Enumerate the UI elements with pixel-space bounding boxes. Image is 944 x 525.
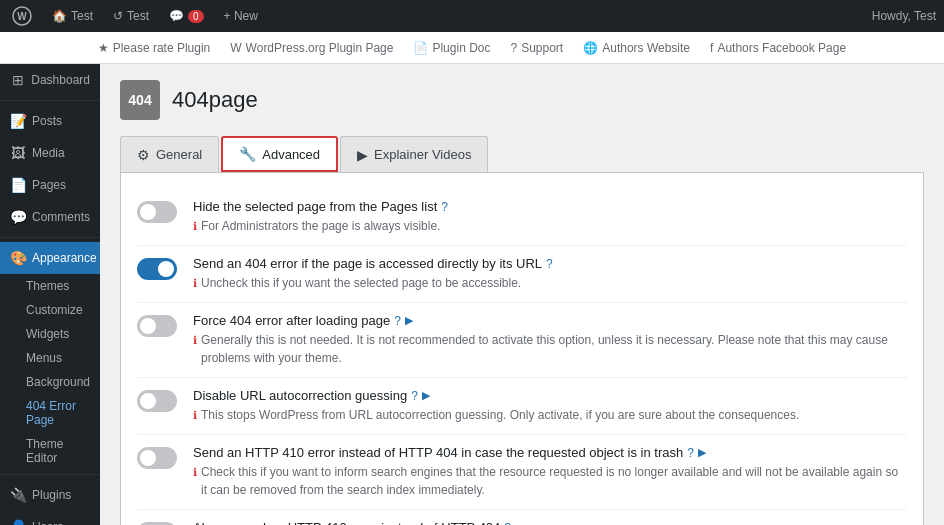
appearance-submenu: Themes Customize Widgets Menus Backgroun… xyxy=(0,274,100,470)
setting-row-hide-pages: Hide the selected page from the Pages li… xyxy=(137,189,907,246)
plugin-bar-doc[interactable]: 📄 Plugin Doc xyxy=(413,41,490,55)
info-icon-http-410: ℹ xyxy=(193,464,197,481)
setting-row-always-410: Always send an HTTP 410 error instead of… xyxy=(137,510,907,525)
setting-content-hide-pages: Hide the selected page from the Pages li… xyxy=(193,199,907,235)
toggle-force-404[interactable] xyxy=(137,313,177,337)
setting-content-send-404: Send an 404 error if the page is accesse… xyxy=(193,256,907,292)
plugin-bar-facebook[interactable]: f Authors Facebook Page xyxy=(710,41,846,55)
setting-desc-send-404: ℹ Uncheck this if you want the selected … xyxy=(193,274,907,292)
admin-bar-howdy: Howdy, Test xyxy=(872,9,936,23)
sidebar-menu: ⊞Dashboard 📝Posts 🖼Media 📄Pages 💬Comment… xyxy=(0,64,100,525)
media-icon-force-404[interactable]: ▶ xyxy=(405,314,413,327)
admin-bar-comments[interactable]: 💬 0 xyxy=(165,9,208,23)
toggle-hide-pages[interactable] xyxy=(137,199,177,223)
sidebar-sub-404[interactable]: 404 Error Page xyxy=(0,394,100,432)
page-icon: 404 xyxy=(120,80,160,120)
media-icon: 🖼 xyxy=(10,145,26,161)
setting-title-hide-pages: Hide the selected page from the Pages li… xyxy=(193,199,907,214)
users-icon: 👤 xyxy=(10,519,26,525)
pages-icon: 📄 xyxy=(10,177,26,193)
plugin-bar-authors[interactable]: 🌐 Authors Website xyxy=(583,41,690,55)
admin-bar-left: W 🏠 Test ↺ Test 💬 0 + New xyxy=(8,6,262,26)
sidebar-item-pages[interactable]: 📄Pages xyxy=(0,169,100,201)
toggle-always-410[interactable] xyxy=(137,520,177,525)
tab-general[interactable]: ⚙ General xyxy=(120,136,219,172)
toggle-http-410[interactable] xyxy=(137,445,177,469)
plugins-icon: 🔌 xyxy=(10,487,26,503)
help-icon-http-410[interactable]: ? xyxy=(687,446,694,460)
setting-title-send-404: Send an 404 error if the page is accesse… xyxy=(193,256,907,271)
sidebar-item-plugins[interactable]: 🔌Plugins xyxy=(0,479,100,511)
page-header: 404 404page xyxy=(120,80,924,120)
setting-row-http-410: Send an HTTP 410 error instead of HTTP 4… xyxy=(137,435,907,510)
sidebar-item-appearance[interactable]: 🎨Appearance xyxy=(0,242,100,274)
plugin-bar-support[interactable]: ? Support xyxy=(510,41,563,55)
appearance-icon: 🎨 xyxy=(10,250,26,266)
admin-bar-site[interactable]: 🏠 Test xyxy=(48,9,97,23)
setting-row-force-404: Force 404 error after loading page ? ▶ ℹ… xyxy=(137,303,907,378)
toggle-disable-url[interactable] xyxy=(137,388,177,412)
posts-icon: 📝 xyxy=(10,113,26,129)
explainer-tab-icon: ▶ xyxy=(357,147,368,163)
media-icon-disable-url[interactable]: ▶ xyxy=(422,389,430,402)
help-icon-force-404[interactable]: ? xyxy=(394,314,401,328)
plugin-bar-wp-page[interactable]: W WordPress.org Plugin Page xyxy=(230,41,393,55)
tab-advanced[interactable]: 🔧 Advanced xyxy=(221,136,338,172)
sidebar-sub-background[interactable]: Background xyxy=(0,370,100,394)
dashboard-icon: ⊞ xyxy=(10,72,25,88)
main-layout: ⊞Dashboard 📝Posts 🖼Media 📄Pages 💬Comment… xyxy=(0,64,944,525)
admin-bar: W 🏠 Test ↺ Test 💬 0 + New Howdy, Test xyxy=(0,0,944,32)
admin-bar-new[interactable]: + New xyxy=(220,9,262,23)
sidebar-sub-customize[interactable]: Customize xyxy=(0,298,100,322)
info-icon-send-404: ℹ xyxy=(193,275,197,292)
tabs: ⚙ General 🔧 Advanced ▶ Explainer Videos xyxy=(120,136,924,173)
sidebar: ⊞Dashboard 📝Posts 🖼Media 📄Pages 💬Comment… xyxy=(0,64,100,525)
help-icon-send-404[interactable]: ? xyxy=(546,257,553,271)
help-icon-hide-pages[interactable]: ? xyxy=(441,200,448,214)
sidebar-item-comments[interactable]: 💬Comments xyxy=(0,201,100,233)
admin-bar-refresh[interactable]: ↺ Test xyxy=(109,9,153,23)
setting-desc-disable-url: ℹ This stops WordPress from URL autocorr… xyxy=(193,406,907,424)
tab-explainer[interactable]: ▶ Explainer Videos xyxy=(340,136,488,172)
setting-title-http-410: Send an HTTP 410 error instead of HTTP 4… xyxy=(193,445,907,460)
setting-desc-http-410: ℹ Check this if you want to inform searc… xyxy=(193,463,907,499)
setting-row-disable-url: Disable URL autocorrection guessing ? ▶ … xyxy=(137,378,907,435)
content-area: 404 404page ⚙ General 🔧 Advanced ▶ Expla… xyxy=(100,64,944,525)
setting-content-always-410: Always send an HTTP 410 error instead of… xyxy=(193,520,907,525)
svg-text:W: W xyxy=(17,11,27,22)
sidebar-sub-themes[interactable]: Themes xyxy=(0,274,100,298)
info-icon-disable-url: ℹ xyxy=(193,407,197,424)
setting-content-disable-url: Disable URL autocorrection guessing ? ▶ … xyxy=(193,388,907,424)
info-icon-force-404: ℹ xyxy=(193,332,197,349)
setting-content-http-410: Send an HTTP 410 error instead of HTTP 4… xyxy=(193,445,907,499)
comments-icon: 💬 xyxy=(10,209,26,225)
media-icon-http-410[interactable]: ▶ xyxy=(698,446,706,459)
admin-bar-wp[interactable]: W xyxy=(8,6,36,26)
plugin-bar-rate[interactable]: ★ Please rate Plugin xyxy=(98,41,210,55)
setting-content-force-404: Force 404 error after loading page ? ▶ ℹ… xyxy=(193,313,907,367)
general-tab-icon: ⚙ xyxy=(137,147,150,163)
sidebar-item-posts[interactable]: 📝Posts xyxy=(0,105,100,137)
help-icon-disable-url[interactable]: ? xyxy=(411,389,418,403)
toggle-send-404[interactable] xyxy=(137,256,177,280)
info-icon-hide-pages: ℹ xyxy=(193,218,197,235)
sidebar-sub-menus[interactable]: Menus xyxy=(0,346,100,370)
advanced-tab-icon: 🔧 xyxy=(239,146,256,162)
setting-row-send-404: Send an 404 error if the page is accesse… xyxy=(137,246,907,303)
setting-title-disable-url: Disable URL autocorrection guessing ? ▶ xyxy=(193,388,907,403)
page-title: 404page xyxy=(172,87,258,113)
plugin-bar: ★ Please rate Plugin W WordPress.org Plu… xyxy=(0,32,944,64)
setting-title-force-404: Force 404 error after loading page ? ▶ xyxy=(193,313,907,328)
setting-desc-hide-pages: ℹ For Administrators the page is always … xyxy=(193,217,907,235)
setting-desc-force-404: ℹ Generally this is not needed. It is no… xyxy=(193,331,907,367)
sidebar-item-media[interactable]: 🖼Media xyxy=(0,137,100,169)
settings-panel: Hide the selected page from the Pages li… xyxy=(120,173,924,525)
help-icon-always-410[interactable]: ? xyxy=(504,521,511,526)
setting-title-always-410: Always send an HTTP 410 error instead of… xyxy=(193,520,907,525)
sidebar-item-users[interactable]: 👤Users xyxy=(0,511,100,525)
sidebar-item-dashboard[interactable]: ⊞Dashboard xyxy=(0,64,100,96)
sidebar-sub-widgets[interactable]: Widgets xyxy=(0,322,100,346)
sidebar-sub-theme-editor[interactable]: Theme Editor xyxy=(0,432,100,470)
comment-badge: 0 xyxy=(188,10,204,23)
